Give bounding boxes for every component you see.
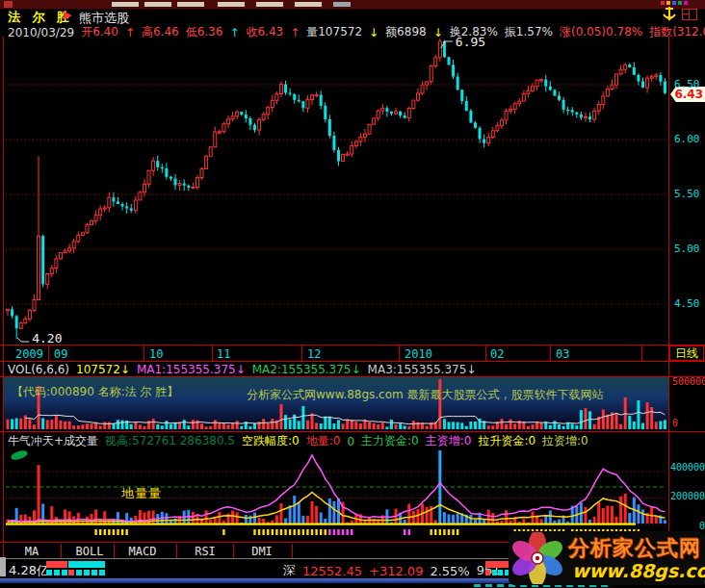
meter-cell (84, 570, 90, 575)
tab-dmi[interactable]: DMI (233, 545, 291, 558)
meter-cell (91, 570, 97, 575)
text-segment: MA2:155355.375↓ (252, 363, 361, 376)
text-segment: 2.55% (430, 564, 469, 578)
time-axis-tick (144, 345, 144, 361)
tab-boll[interactable]: BOLL (61, 545, 118, 558)
toolbar-dot (661, 1, 665, 5)
pin-anchor-icon[interactable] (661, 6, 678, 23)
indicator-axis-label: 0 (668, 521, 705, 531)
time-axis-tick (641, 345, 642, 361)
volume-axis-label: 500000 (672, 376, 703, 387)
dash (485, 584, 492, 587)
toolbar-button (256, 2, 283, 7)
title-row: 法 尔 胜 ▶ 熊市选股 (0, 9, 705, 23)
scrollbar-stub (0, 557, 6, 576)
candlestick-chart[interactable]: 6.954.20 (4, 37, 668, 345)
time-axis-label: 2010 (405, 347, 432, 361)
toolbar-dot (678, 1, 682, 5)
time-axis-label: 2009 (15, 347, 43, 361)
meter-cell (485, 570, 490, 575)
indicator-axis-label: 400000 (668, 462, 705, 473)
meter-bar (46, 561, 67, 568)
text-segment: 主力资金:0 (361, 433, 419, 449)
toolbar-dot (684, 1, 688, 5)
dash (474, 584, 481, 587)
time-axis-tick (48, 345, 49, 361)
toolbar-button (295, 2, 322, 7)
price-axis-label: 5.50 (674, 188, 703, 200)
text-segment: 12552.45 (302, 564, 362, 578)
time-axis-tick (212, 345, 213, 361)
dash (497, 584, 504, 587)
time-axis-label: 02 (490, 347, 504, 361)
text-segment: MA1:155355.375↓ (137, 363, 246, 376)
text-segment: 地量:0 (306, 433, 341, 449)
meter-cell (99, 570, 105, 575)
time-axis-label: 11 (217, 347, 230, 361)
price-axis-label: 4.50 (674, 297, 703, 310)
price-axis-label: 6.50 (674, 78, 703, 90)
text-segment: 107572↓ (76, 363, 130, 376)
text-segment: VOL(6,6,6) (8, 363, 69, 376)
text-segment: 主资增:0 (426, 433, 472, 449)
time-axis-tick (301, 345, 302, 361)
toolbar-button (112, 2, 139, 7)
meter-bar (68, 561, 105, 568)
toolbar-dot (666, 1, 670, 5)
time-axis-label: 03 (556, 347, 569, 361)
app-window: 法 尔 胜 ▶ 熊市选股 2010/03/29开6.40↑高6.46低6.36↑… (0, 0, 705, 588)
toolbar-button (333, 2, 351, 7)
meter-bar (485, 561, 510, 568)
meter-cell (76, 570, 82, 575)
indicator-chart[interactable] (4, 448, 668, 539)
text-segment: 视高:572761 286380.5 (105, 433, 235, 449)
toolbar-button (177, 2, 204, 7)
volume-header-row: VOL(6,6,6)107572↓MA1:155355.375↓MA2:1553… (8, 363, 476, 376)
meter-cell (62, 570, 67, 575)
indicator-annotation: 地量量 (121, 485, 162, 502)
volume-axis-label: 0 (672, 418, 703, 428)
time-axis-label: 09 (54, 347, 67, 361)
watermark-url: www.88gs.com (572, 560, 705, 581)
watermark-box: 分析家公式网 www.88gs.com (509, 531, 705, 585)
indicator-axis-label: 200000 (668, 491, 705, 501)
text-segment: 拉升资金:0 (478, 433, 535, 449)
tab-rsi[interactable]: RSI (176, 545, 234, 558)
flag-icon: ▶ (64, 9, 71, 21)
banner-watermark-text: 分析家公式网www.88gs.com 最新最大股票公式，股票软件下载网站 (247, 387, 604, 403)
period-label[interactable]: 日线 (669, 345, 704, 361)
meter-cell (46, 570, 52, 575)
tab-macd[interactable]: MACD (114, 545, 171, 558)
separator-line (0, 376, 705, 377)
toolbar-button (218, 2, 245, 7)
time-axis-label: 12 (307, 347, 321, 361)
time-axis-tick (550, 345, 551, 361)
meter-cell (498, 570, 503, 575)
text-segment: 牛气冲天+成交量 (8, 433, 98, 449)
text-segment: MA3:155355.375↓ (368, 363, 477, 376)
svg-text:4.20: 4.20 (32, 331, 62, 345)
time-axis: 20090910111220100203 (0, 345, 705, 362)
text-segment: 深 (283, 562, 296, 579)
indicator-header-row: 牛气冲天+成交量视高:572761 286380.5空跌幅度:0地量:00主力资… (8, 433, 588, 449)
text-segment: 空跌幅度:0 (242, 433, 300, 449)
time-axis-tick (485, 345, 486, 361)
toolbar-icon (4, 1, 13, 8)
toolbar-button (144, 2, 171, 7)
text-segment: 0 (347, 435, 354, 448)
meter-cell (492, 570, 497, 575)
watermark-title: 分析家公式网 (568, 534, 701, 563)
toolbar-dot (672, 1, 676, 5)
split-window-icon[interactable] (682, 9, 697, 20)
banner-stock-code: 【代码:000890 名称:法 尔 胜】 (12, 384, 178, 400)
text-segment: +312.09 (369, 564, 423, 578)
flower-logo (511, 532, 563, 584)
time-axis-tick (399, 345, 400, 361)
separator-line (0, 431, 705, 432)
turnover-amount: 4.28亿 (9, 562, 49, 579)
tab-ma[interactable]: MA (3, 545, 61, 558)
price-axis-label: 5.00 (674, 243, 703, 255)
meter-cell (68, 570, 74, 575)
meter-cell (54, 570, 60, 575)
price-axis-label: 6.00 (674, 133, 703, 145)
